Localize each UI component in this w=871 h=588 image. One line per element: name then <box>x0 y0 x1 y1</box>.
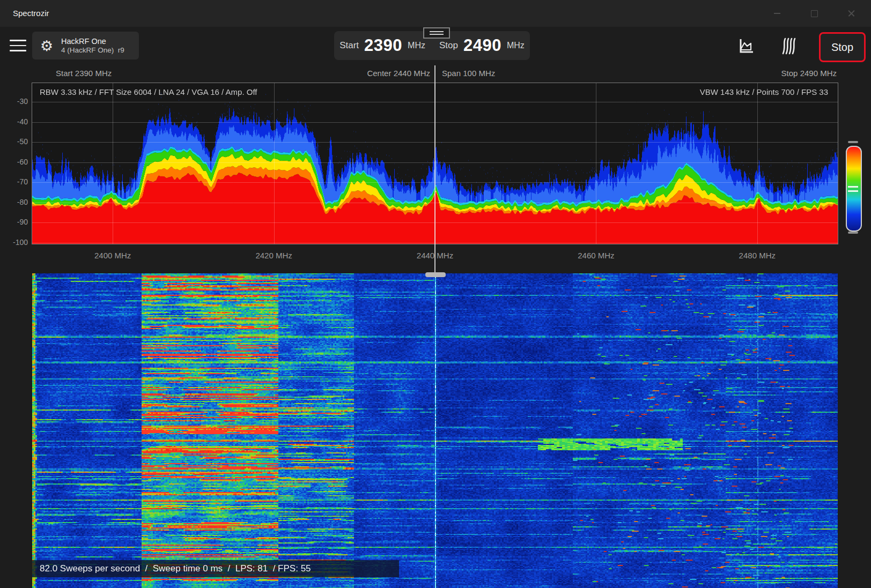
center-marker-handle[interactable] <box>425 272 446 277</box>
start-freq-value[interactable]: 2390 <box>364 36 402 55</box>
start-freq-label: Start <box>339 40 359 51</box>
center-frequency-marker[interactable] <box>434 65 436 273</box>
status-bar: 82.0 Sweeps per second / Sweep time 0 ms… <box>32 560 399 577</box>
waterfall-icon <box>779 37 798 55</box>
colorbar-level-mark <box>848 190 858 192</box>
maximize-icon <box>811 10 818 17</box>
header-stop-freq: Stop 2490 MHz <box>781 69 837 78</box>
close-icon <box>848 10 855 17</box>
close-button[interactable] <box>839 0 863 27</box>
waterfall-canvas[interactable] <box>32 273 838 588</box>
stop-freq-value[interactable]: 2490 <box>463 36 501 55</box>
x-tick-label: 2420 MHz <box>255 251 292 260</box>
colorbar-level-mark <box>848 186 858 188</box>
y-tick-label: -90 <box>1 218 28 226</box>
x-tick-label: 2460 MHz <box>578 251 614 260</box>
y-tick-label: -80 <box>1 198 28 206</box>
stop-freq-unit: MHz <box>507 41 525 50</box>
gear-icon: ⚙ <box>32 39 61 53</box>
device-selector-button[interactable]: ⚙ HackRF One 4 (HackRF One) r9 <box>32 32 139 59</box>
panel-drag-handle[interactable] <box>423 27 450 39</box>
title-bar: Spectrozir <box>0 0 871 27</box>
vbw-info-text: VBW 143 kHz / Points 700 / FPS 33 <box>700 87 828 96</box>
header-span: Span 100 MHz <box>442 69 495 78</box>
device-name: HackRF One <box>61 36 124 46</box>
rbw-info-text: RBW 3.33 kHz / FFT Size 6004 / LNA 24 / … <box>40 87 257 96</box>
app-window: Spectrozir ⚙ HackRF One 4 (HackRF One) r… <box>0 0 871 588</box>
stop-acquisition-button[interactable]: Stop <box>819 32 866 62</box>
minimize-icon <box>774 13 780 14</box>
y-tick-label: -70 <box>1 177 28 186</box>
x-tick-label: 2480 MHz <box>739 251 776 260</box>
x-tick-label: 2400 MHz <box>94 251 131 260</box>
colorbar-min-handle[interactable] <box>848 232 858 234</box>
app-title: Spectrozir <box>13 9 49 18</box>
maximize-button[interactable] <box>802 0 826 27</box>
amplitude-colorbar[interactable] <box>846 146 862 232</box>
y-tick-label: -40 <box>1 117 28 126</box>
drag-handle-icon <box>430 31 444 32</box>
device-detail: 4 (HackRF One) r9 <box>61 46 124 55</box>
header-center-freq: Center 2440 MHz <box>367 69 430 78</box>
stop-freq-label: Stop <box>439 40 458 51</box>
minimize-button[interactable] <box>765 0 789 27</box>
start-freq-unit: MHz <box>408 41 425 50</box>
header-start-freq: Start 2390 MHz <box>56 69 112 78</box>
y-axis: -30-40-50-60-70-80-90-100 <box>0 83 29 244</box>
spectrum-chart-icon <box>738 38 755 55</box>
waterfall-view-button[interactable] <box>778 35 799 57</box>
menu-button[interactable] <box>10 40 26 51</box>
colorbar-max-handle[interactable] <box>848 141 858 143</box>
y-tick-label: -100 <box>1 238 28 247</box>
hamburger-icon <box>10 40 26 41</box>
spectrum-view-button[interactable] <box>736 35 757 57</box>
y-tick-label: -30 <box>1 97 28 106</box>
y-tick-label: -60 <box>1 158 28 166</box>
y-tick-label: -50 <box>1 137 28 146</box>
